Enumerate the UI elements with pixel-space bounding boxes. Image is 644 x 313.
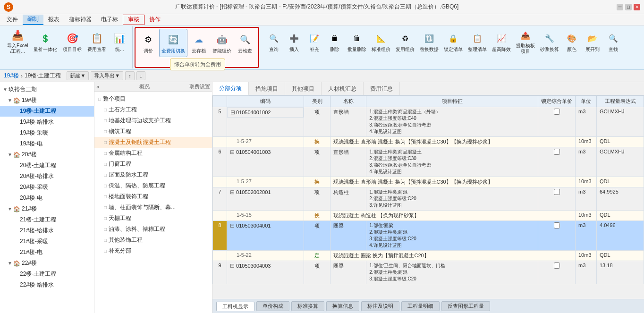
section-concrete[interactable]: □ 混凝土及钢筋混凝土工程 (94, 137, 212, 148)
delete-button[interactable]: 🗑 删除 (325, 27, 345, 56)
batch-delete-button[interactable]: 🗑 批量删除 (345, 27, 369, 56)
lock-checkbox-9[interactable] (554, 262, 560, 269)
section-flooring[interactable]: □ 楼地面装饰工程 (94, 191, 212, 202)
tree-item-20-elec[interactable]: 20#楼-电 (0, 193, 94, 203)
maximize-button[interactable]: □ (625, 4, 632, 10)
menu-index[interactable]: 指标神器 (64, 15, 96, 25)
tree-item-21-heat[interactable]: 21#楼-采暖 (0, 236, 94, 247)
tree-root[interactable]: ▼ 玖裕台三期 (0, 84, 94, 95)
menu-edit[interactable]: 编制 (23, 15, 43, 25)
cloud-check-button[interactable]: 🔍 云检查 (235, 29, 255, 57)
reuse-price-button[interactable]: ♻ 复用组价 (393, 27, 417, 56)
col-type[interactable]: 类别 (304, 96, 330, 107)
stats-button[interactable]: 📊 统... (110, 27, 129, 56)
tab-other[interactable]: 其他项目 (285, 82, 322, 95)
lock-checkbox-6[interactable] (554, 149, 560, 155)
organize-list-button[interactable]: 📋 整理清单 (466, 27, 489, 56)
bottom-tab-labor[interactable]: 工料机显示 (216, 302, 254, 311)
tab-subdivision[interactable]: 分部分项 (212, 82, 249, 95)
window-controls[interactable]: ─ □ ✕ (617, 4, 640, 10)
col-code[interactable]: 编码 (227, 96, 304, 107)
insert-button[interactable]: ➕ 插入 (284, 27, 304, 56)
section-foundation[interactable]: □ 地基处理与边坡支护工程 (94, 115, 212, 126)
query-button[interactable]: 🔍 查询 (264, 27, 284, 56)
table-row-highlighted[interactable]: 8 ⊟ 010503004001 项 圈梁 1.部位:圈梁 2.混凝土种类:商混… (213, 221, 644, 251)
section-masonry[interactable]: □ 砌筑工程 (94, 126, 212, 137)
move-up-button[interactable]: ↑ (125, 71, 135, 80)
tree-building-22[interactable]: ▼ 🏠 22#楼 (0, 258, 94, 269)
find-button[interactable]: 🔍 查找 (603, 27, 623, 56)
menu-file[interactable]: 文件 (2, 15, 23, 25)
table-row[interactable]: 6 ⊟ 010504001003 项 直形墙 1.混凝土种类:商品混凝土 2.混… (213, 147, 644, 177)
project-target-button[interactable]: 🎯 项目目标 (60, 27, 84, 56)
section-ceiling[interactable]: □ 天棚工程 (94, 213, 212, 224)
tree-item-20-civil[interactable]: 20楼-土建工程 (0, 160, 94, 171)
tree-item-21-water[interactable]: 21#楼-给排水 (0, 225, 94, 236)
tree-item-20-water[interactable]: 20#楼-给排水 (0, 171, 94, 182)
row-locked-7[interactable] (538, 187, 576, 211)
supplement-button[interactable]: 📝 补充 (305, 27, 324, 56)
smart-price-button[interactable]: 🤖 智能组价 (210, 29, 234, 57)
col-name[interactable]: 名称 (330, 96, 366, 107)
adjust-price-button[interactable]: ⚙ 调价 (138, 29, 158, 57)
row-locked-5[interactable] (538, 107, 576, 137)
col-features[interactable]: 项目特征 (366, 96, 538, 107)
tree-item-20-heat[interactable]: 20#楼-采暖 (0, 182, 94, 193)
replace-data-button[interactable]: 🔃 替换数据 (417, 27, 441, 56)
tree-item-21-civil[interactable]: 21楼-土建工程 (0, 214, 94, 225)
row-locked-9[interactable] (538, 261, 576, 284)
tab-fee-summary[interactable]: 费用汇总 (364, 82, 400, 95)
table-row[interactable]: 7 ⊟ 010502002001 项 构造柱 1.混凝土种类:商混 2.混凝土强… (213, 187, 644, 211)
section-earthwork[interactable]: □ 土石方工程 (94, 104, 212, 115)
tree-item-19-civil[interactable]: 19楼-土建工程 (0, 106, 94, 117)
price-unity-button[interactable]: 💲 量价一体化 (31, 27, 59, 56)
move-down-button[interactable]: ↓ (136, 71, 146, 80)
standard-price-button[interactable]: 📐 标准组价 (369, 27, 393, 56)
section-metal[interactable]: □ 金属结构工程 (94, 148, 212, 159)
menu-emark[interactable]: 电子标 (96, 15, 123, 25)
section-doors[interactable]: □ 门窗工程 (94, 159, 212, 169)
bottom-tab-qty-detail[interactable]: 工程量明细 (401, 301, 440, 311)
tree-item-19-water[interactable]: 19#楼-给排水 (0, 117, 94, 127)
row-locked-8[interactable] (538, 221, 576, 251)
bottom-tab-notes[interactable]: 标注及说明 (361, 301, 399, 311)
lock-checkbox-5[interactable] (554, 109, 560, 115)
import-excel-button[interactable]: 📥 导入Excel/工程... (5, 27, 30, 56)
tree-item-22-civil[interactable]: 22楼-土建工程 (0, 269, 94, 279)
row-code-7[interactable]: ⊟ 010502002001 (227, 187, 304, 211)
minimize-button[interactable]: ─ (617, 4, 623, 10)
col-locked[interactable]: 锁定综合单价 (538, 96, 576, 107)
height-eff-button[interactable]: 📈 超高降效 (490, 27, 513, 56)
row-code-9[interactable]: ⊟ 010503004003 (227, 261, 304, 284)
bottom-tab-price-compose[interactable]: 单价构成 (256, 301, 289, 311)
tab-measures[interactable]: 措施项目 (249, 82, 285, 95)
bottom-tab-reverse-query[interactable]: 反查图形工程量 (441, 301, 490, 311)
lock-checkbox-7[interactable] (554, 189, 560, 195)
menu-review[interactable]: 审核 (123, 15, 144, 25)
tree-item-19-elec[interactable]: 19#楼-电 (0, 138, 94, 149)
fee-view-button[interactable]: 📋 费用查看 (85, 27, 109, 56)
section-paint[interactable]: □ 油漆、涂料、裱糊工程 (94, 224, 212, 235)
row-code-6[interactable]: ⊟ 010504001003 (227, 147, 304, 177)
menu-report[interactable]: 报表 (43, 15, 64, 25)
section-whole-project[interactable]: □ 整个项目 (94, 93, 212, 104)
section-supplement[interactable]: □ 补充分部 (94, 245, 212, 256)
tree-item-19-heat[interactable]: 19#楼-采暖 (0, 127, 94, 138)
row-code-5[interactable]: ⊟ 010504001002 (227, 107, 304, 118)
bottom-tab-std-convert[interactable]: 标准换算 (291, 301, 324, 311)
tree-item-22-water[interactable]: 22#楼-给排水 (0, 279, 94, 290)
color-button[interactable]: 🎨 颜色 (562, 27, 582, 56)
section-insulation[interactable]: □ 保温、隔热、防腐工程 (94, 180, 212, 191)
col-expr[interactable]: 工程量表达式 (597, 96, 644, 107)
extract-template-button[interactable]: 📤 提取模板项目 (514, 27, 537, 56)
import-export-button[interactable]: 导入导出▼ (91, 71, 123, 80)
tree-building-20[interactable]: ▼ 🏠 20#楼 (0, 149, 94, 160)
table-row[interactable]: 9 ⊟ 010503004003 项 圈梁 1.部位:卫生间、阳台地面返坎、门槛… (213, 261, 644, 284)
tree-item-21-elec[interactable]: 21#楼-电 (0, 247, 94, 258)
breadcrumb-root[interactable]: 19#楼 (4, 72, 19, 80)
row-locked-6[interactable] (538, 147, 576, 177)
collapse-button[interactable]: « (96, 84, 100, 90)
full-fee-switch-button[interactable]: 🔄 全费用切换 (159, 29, 187, 57)
close-button[interactable]: ✕ (634, 4, 640, 10)
table-row[interactable]: 5 ⊟ 010504001002 项 直形墙 1.混凝土种类:商品混凝土（外墙）… (213, 107, 644, 137)
